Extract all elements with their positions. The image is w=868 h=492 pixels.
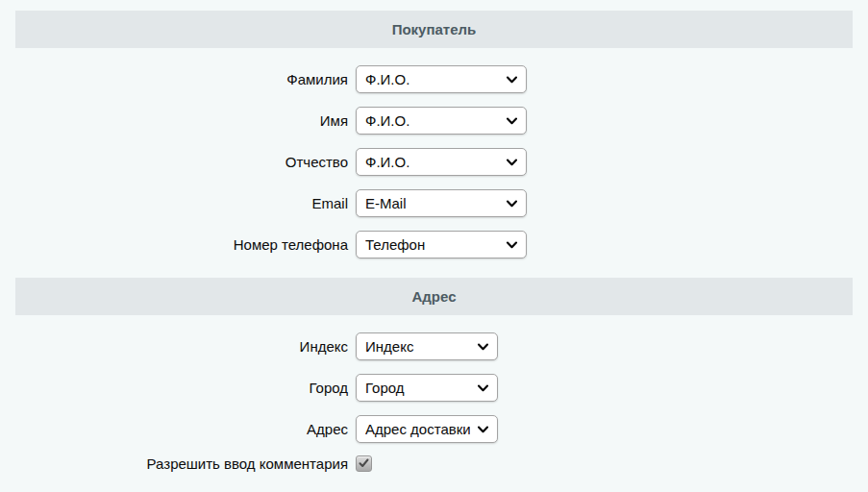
address-label: Адрес: [0, 421, 348, 437]
field-row-email: Email E-Mail: [0, 189, 868, 217]
allow-comment-label: Разрешить ввод комментария: [0, 455, 348, 472]
email-label: Email: [0, 195, 348, 211]
patronymic-label: Отчество: [0, 154, 348, 170]
phone-label: Номер телефона: [0, 236, 348, 253]
field-row-city: Город Город: [0, 374, 868, 402]
city-label: Город: [0, 380, 348, 396]
field-row-zip: Индекс Индекс: [0, 332, 868, 360]
allow-comment-row: Разрешить ввод комментария: [0, 455, 868, 472]
surname-label: Фамилия: [0, 71, 348, 87]
section-header-address: Адрес: [15, 278, 853, 315]
order-form: Покупатель Фамилия Ф.И.О. Имя Ф.И.О. Отч…: [0, 0, 868, 492]
patronymic-select[interactable]: Ф.И.О.: [356, 148, 527, 176]
field-row-address: Адрес Адрес доставки: [0, 415, 868, 443]
section-title: Адрес: [411, 288, 456, 305]
zip-select[interactable]: Индекс: [356, 332, 498, 360]
firstname-select[interactable]: Ф.И.О.: [356, 107, 527, 135]
section-header-buyer: Покупатель: [15, 11, 853, 48]
field-row-firstname: Имя Ф.И.О.: [0, 107, 868, 135]
field-row-phone: Номер телефона Телефон: [0, 231, 868, 258]
city-select[interactable]: Город: [356, 374, 498, 402]
phone-select[interactable]: Телефон: [356, 231, 527, 258]
section-title: Покупатель: [392, 21, 477, 37]
zip-label: Индекс: [0, 338, 348, 355]
surname-select[interactable]: Ф.И.О.: [356, 65, 527, 93]
field-row-surname: Фамилия Ф.И.О.: [0, 65, 868, 93]
field-row-patronymic: Отчество Ф.И.О.: [0, 148, 868, 176]
email-select[interactable]: E-Mail: [356, 189, 527, 217]
allow-comment-checkbox[interactable]: [356, 455, 372, 472]
firstname-label: Имя: [0, 112, 348, 129]
check-icon: [359, 455, 369, 472]
address-select[interactable]: Адрес доставки: [356, 415, 498, 443]
